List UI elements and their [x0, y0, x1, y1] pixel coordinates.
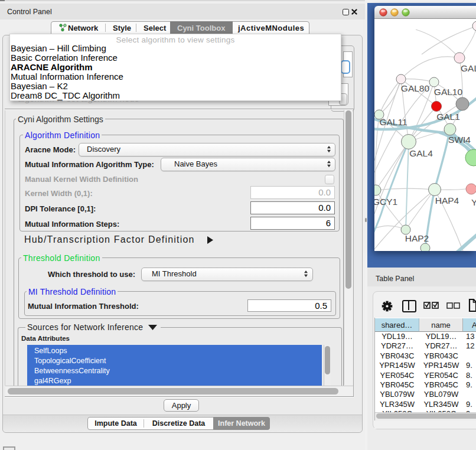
- svg-text:HAP2: HAP2: [405, 233, 429, 243]
- svg-text:GAL4: GAL4: [409, 148, 433, 158]
- svg-text:GAL7: GAL7: [461, 63, 476, 73]
- svg-text:GAL1: GAL1: [436, 112, 460, 122]
- svg-text:GAL10: GAL10: [434, 87, 463, 97]
- svg-text:YJ: YJ: [471, 197, 476, 207]
- svg-text:GAL80: GAL80: [401, 83, 430, 93]
- svg-text:GCY1: GCY1: [374, 197, 397, 207]
- svg-text:GAL11: GAL11: [379, 117, 407, 127]
- svg-text:HAP4: HAP4: [435, 195, 459, 206]
- svg-text:SWI4: SWI4: [448, 135, 471, 145]
